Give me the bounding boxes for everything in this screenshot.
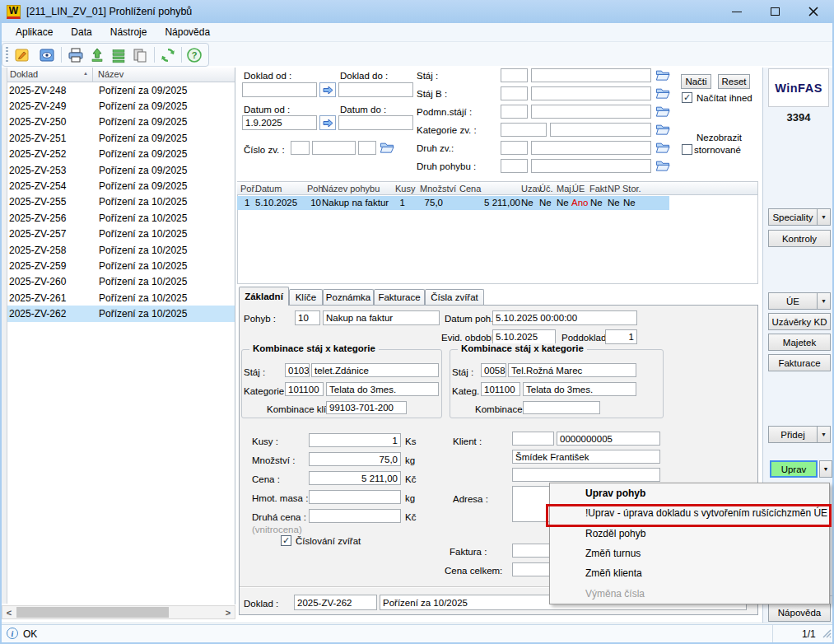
filter-name-input[interactable] [550,123,651,137]
dropdown-icon[interactable]: ▼ [817,209,830,225]
filter-code-input[interactable] [501,141,528,155]
doc-list-row[interactable]: 2025-ZV-250Pořízení za 09/2025 [2,114,235,130]
stornovane-checkbox[interactable] [682,144,692,155]
cena-input[interactable]: 5 211,00 [309,471,401,485]
uprav-button[interactable]: Uprav [770,460,818,478]
filter-code-input[interactable] [501,105,528,119]
doklad-od-input[interactable] [242,82,317,97]
column-header-nazev[interactable]: Název [98,69,123,79]
view-icon-button[interactable] [37,45,57,64]
grid-column-header[interactable]: Fakt [589,184,607,194]
tab-poznamka[interactable]: Poznámka [323,289,374,305]
tab-cisla-zvirat[interactable]: Čísla zvířat [425,289,484,305]
pohyb-code-input[interactable]: 10 [295,310,320,325]
fakturace-button[interactable]: Fakturace [768,354,831,371]
datum-poh-input[interactable]: 5.10.2025 00:00:00 [492,310,637,325]
grid-column-header[interactable]: Kusy [395,184,415,194]
pohyb-name-input[interactable]: Nakup na faktur [323,310,440,325]
copy-doklad-arrow-button[interactable] [319,82,336,97]
kombinace-right-input[interactable] [523,401,600,414]
folder-lookup-icon[interactable] [655,87,670,99]
napoveda-button[interactable]: Nápověda [768,604,831,622]
grid-column-header[interactable]: NP [608,184,620,194]
doklad-number-input[interactable]: 2025-ZV-262 [294,595,377,610]
doc-list-row[interactable]: 2025-ZV-260Pořízení za 10/2025 [2,274,235,290]
grid-column-header[interactable]: Název pohybu [322,184,380,194]
kontroly-button[interactable]: Kontroly [768,230,831,247]
klient-code-input[interactable]: 0000000005 [557,432,660,446]
tab-klice[interactable]: Klíče [289,289,323,305]
datum-od-input[interactable]: 1.9.2025 [242,115,317,130]
menu-item[interactable]: Data [62,23,100,40]
folder-lookup-icon[interactable] [655,160,670,171]
context-menu-item[interactable]: Změň klienta [550,563,829,583]
filter-code-input[interactable] [501,68,528,82]
grid-column-header[interactable]: Úč. [539,184,553,194]
cislo-zv-input-3[interactable] [358,141,376,155]
dropdown-icon[interactable]: ▼ [817,427,830,442]
filter-code-input[interactable] [501,159,528,173]
scroll-left-icon[interactable]: < [2,606,16,618]
toolbar-grip[interactable] [6,47,8,63]
folder-lookup-icon[interactable] [655,142,670,153]
grid-column-header[interactable]: Stor. [622,184,641,194]
nacti-button[interactable]: Načti [681,74,711,89]
cislo-zv-input-1[interactable] [291,141,310,155]
column-header-doklad[interactable]: Doklad [10,69,38,79]
evid-obdobi-input[interactable]: 5.10.2025 [492,329,556,344]
staj-right-code-input[interactable]: 0058 [481,363,506,377]
folder-lookup-icon[interactable] [655,105,670,117]
grid-header[interactable]: Poř.DatumPoh.Název pohybuKusyMnožstvíCen… [237,182,757,195]
uprav-dropdown-button[interactable]: ▼ [819,460,832,478]
dropdown-icon[interactable]: ▼ [817,293,830,309]
staj-left-code-input[interactable]: 0103 [285,363,310,377]
poddoklad-input[interactable]: 1 [605,329,637,344]
nacitat-ihned-checkbox[interactable]: ✓ [682,92,692,103]
doc-list-row[interactable]: 2025-ZV-254Pořízení za 09/2025 [2,178,235,194]
speciality-button[interactable]: Speciality▼ [768,208,831,226]
doc-list-row[interactable]: 2025-ZV-252Pořízení za 09/2025 [2,147,235,162]
filter-name-input[interactable] [531,159,651,173]
menu-item[interactable]: Nápověda [156,23,219,40]
grid-column-header[interactable]: ÚE [572,184,585,194]
majetek-button[interactable]: Majetek [768,334,831,351]
kategorie-left-name-input[interactable]: Telata do 3mes. [326,382,439,396]
cislovani-zvirat-label[interactable]: Číslování zvířat [296,536,361,546]
doc-list-row[interactable]: 2025-ZV-251Pořízení za 09/2025 [2,130,235,146]
close-button[interactable] [801,3,826,20]
filter-name-input[interactable] [531,105,651,119]
menu-item[interactable]: Nástroje [101,23,156,40]
doc-list-row[interactable]: 2025-ZV-255Pořízení za 10/2025 [2,194,235,210]
refresh-icon-button[interactable] [158,45,178,64]
kusy-input[interactable]: 1 [309,433,401,447]
stornovane-label[interactable]: stornované [694,145,741,155]
folder-lookup-icon[interactable] [655,124,670,135]
tab-fakturace[interactable]: Fakturace [374,289,425,305]
column-divider[interactable] [92,68,93,82]
cislo-zv-input-2[interactable] [312,141,356,155]
rows-icon-button[interactable] [109,45,128,64]
help-icon-button[interactable]: ? [184,45,204,64]
resize-grip[interactable] [822,627,832,642]
mnozstvi-input[interactable]: 75,0 [309,452,401,466]
hmot-masa-input[interactable] [309,490,401,504]
menu-item[interactable]: Aplikace [7,23,62,40]
filter-code-input[interactable] [501,123,547,137]
kategorie-left-code-input[interactable]: 101100 [285,382,324,396]
klient-name-input[interactable]: Šmídek František [512,450,660,464]
horizontal-scrollbar[interactable]: < > [2,605,235,619]
nacitat-ihned-label[interactable]: Načítat ihned [697,93,752,103]
grid-column-header[interactable]: Maj. [557,184,574,194]
kateg-right-code-input[interactable]: 101100 [481,382,520,396]
ue-button[interactable]: ÚE▼ [768,292,831,310]
scroll-right-icon[interactable]: > [221,606,235,618]
document-list-header[interactable]: Doklad ▲ Název [2,68,235,82]
doc-list-row[interactable]: 2025-ZV-261Pořízení za 10/2025 [2,290,235,306]
reset-button[interactable]: Reset [718,74,750,89]
copy-icon-button[interactable] [130,45,150,64]
filter-name-input[interactable] [531,86,651,100]
grid-column-header[interactable]: Datum [255,184,282,194]
staj-right-name-input[interactable]: Tel.Rožná Marec [508,363,636,377]
export-icon-button[interactable] [87,45,107,64]
context-menu-item[interactable]: Uprav pohyb [550,483,829,503]
